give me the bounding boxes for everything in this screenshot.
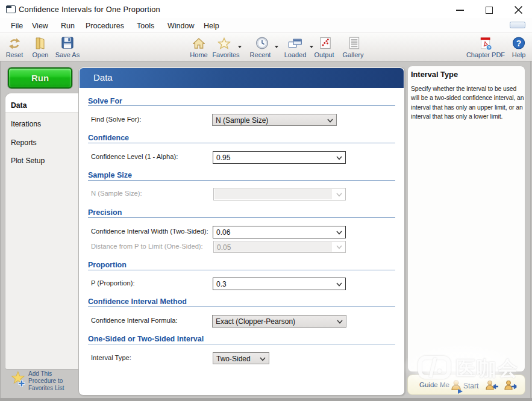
svg-text:?: ? [487,45,490,51]
svg-text:?: ? [516,39,522,48]
